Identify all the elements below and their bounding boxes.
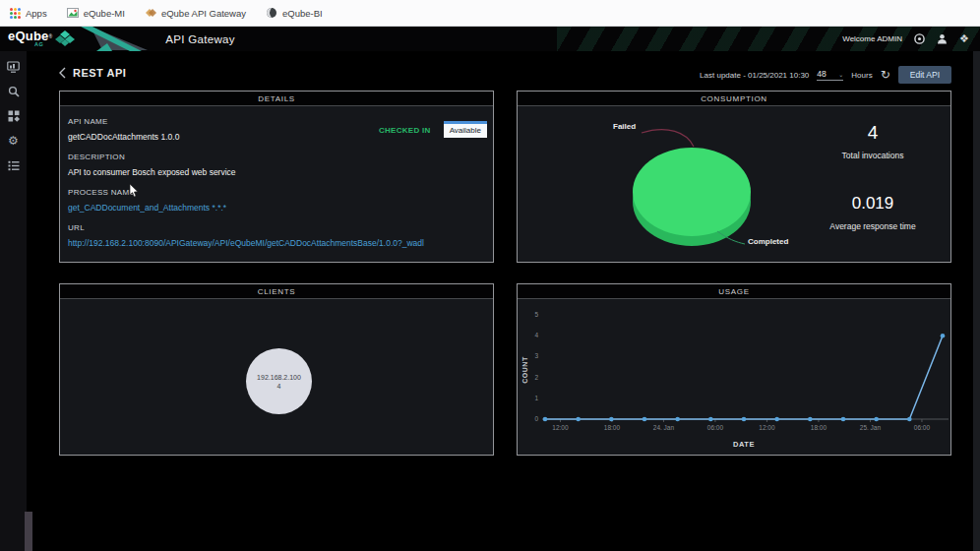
usage-line-chart: DATE COUNT 12:0018:0024. Jan06:0012:0018… (518, 299, 950, 455)
total-invocations-stat: 4 Total invocations (799, 122, 947, 160)
consumption-panel: CONSUMPTION Failed Completed 4 Total inv… (517, 91, 951, 263)
dashboard-icon[interactable] (7, 60, 21, 74)
total-invocations-label: Total invocations (799, 151, 947, 160)
svg-text:06:00: 06:00 (707, 424, 724, 431)
welcome-text: Welcome ADMIN (842, 34, 902, 43)
hours-select[interactable]: ⌄ (817, 69, 843, 81)
logo-gem-icon (55, 31, 75, 47)
apps-diamond-icon[interactable]: ❖ (958, 33, 970, 45)
svg-text:3: 3 (534, 352, 538, 359)
svg-text:12:00: 12:00 (552, 424, 569, 431)
refresh-icon[interactable]: ↻ (881, 70, 890, 80)
bookmark-equbemi[interactable]: eQube-MI (67, 7, 125, 19)
app-header: eQube® AG API Gateway Welcome ADMIN ❖ (0, 27, 980, 51)
svg-text:18:00: 18:00 (604, 424, 621, 431)
page-title: REST API (73, 67, 126, 79)
field-description: DESCRIPTION API to consumer Bosch expose… (68, 153, 485, 177)
apps-grid-icon[interactable] (7, 109, 21, 123)
apps-label: Apps (26, 8, 47, 19)
details-panel-title: DETAILS (258, 94, 295, 103)
usage-panel: USAGE DATE COUNT 12:0018:0024. Jan06:001… (517, 283, 951, 456)
equbemi-favicon-icon (67, 7, 79, 19)
field-url: URL http://192.168.2.100:8090/APIGateway… (68, 223, 485, 248)
bookmark-label: eQube-BI (282, 8, 323, 19)
svg-text:0: 0 (534, 415, 538, 422)
logo-ag-subscript: AG (34, 41, 43, 47)
usage-xlabel: DATE (733, 440, 755, 449)
consumption-panel-title: CONSUMPTION (701, 94, 767, 103)
left-sidebar: ⚙ (0, 51, 27, 551)
header-swoosh-decoration (81, 27, 150, 51)
sidebar-scrollbar-thumb[interactable] (25, 512, 32, 551)
last-update-text: Last update - 01/25/2021 10:30 (700, 71, 809, 80)
svg-text:5: 5 (534, 311, 538, 318)
eqube-logo: eQube® AG (8, 31, 52, 47)
field-process-name: PROCESS NAME get_CADDocument_and_Attachm… (68, 188, 485, 213)
available-tab[interactable]: Available (444, 121, 487, 138)
url-link[interactable]: http://192.168.2.100:8090/APIGateway/API… (68, 238, 485, 248)
details-panel: DETAILS API NAME getCADDocAttachments 1.… (59, 91, 494, 263)
bookmark-label: eQube-MI (84, 8, 125, 19)
main-content: REST API Last update - 01/25/2021 10:30 … (27, 51, 980, 551)
bookmark-equbebi[interactable]: eQube-BI (266, 7, 323, 19)
avg-response-label: Average response time (799, 221, 947, 231)
svg-text:06:00: 06:00 (914, 424, 931, 431)
search-icon[interactable] (7, 85, 21, 98)
help-icon[interactable] (913, 33, 925, 45)
svg-text:24. Jan: 24. Jan (653, 424, 675, 431)
hours-input[interactable] (817, 69, 838, 79)
svg-text:1: 1 (534, 395, 538, 401)
total-invocations-value: 4 (799, 122, 947, 143)
settings-gear-icon[interactable]: ⚙ (7, 134, 21, 148)
svg-text:12:00: 12:00 (759, 424, 775, 431)
avg-response-value: 0.019 (799, 193, 947, 214)
back-chevron-icon[interactable] (59, 67, 66, 79)
apps-grid-icon (10, 8, 21, 19)
svg-text:2: 2 (534, 374, 538, 381)
svg-text:25. Jan: 25. Jan (860, 424, 882, 431)
clients-panel: CLIENTS 192.168.2.100 4 (59, 283, 494, 456)
bookmark-eqube-api-gateway[interactable]: eQube API Gateway (145, 7, 246, 19)
browser-bookmarks-bar: Apps eQube-MI eQube API Gateway eQube-BI (0, 0, 980, 27)
list-icon[interactable] (7, 158, 21, 172)
vertical-scrollbar[interactable] (973, 51, 980, 551)
usage-ylabel: COUNT (521, 356, 528, 384)
usage-panel-title: USAGE (718, 287, 750, 296)
client-bubble[interactable]: 192.168.2.100 4 (246, 348, 312, 414)
pie-label-completed: Completed (748, 237, 788, 246)
svg-text:4: 4 (534, 332, 538, 338)
client-count: 4 (277, 383, 281, 390)
checked-in-badge: CHECKED IN (379, 126, 431, 138)
bookmark-label: eQube API Gateway (161, 8, 246, 19)
pie-label-failed: Failed (613, 122, 636, 131)
globe-favicon-icon (266, 7, 277, 19)
process-name-link[interactable]: get_CADDocument_and_Attachments *.*.* (68, 203, 485, 213)
chevron-down-icon: ⌄ (838, 71, 843, 78)
svg-text:18:00: 18:00 (811, 424, 827, 431)
user-icon[interactable] (936, 33, 948, 45)
edit-api-button[interactable]: Edit API (898, 66, 951, 84)
app-title: API Gateway (165, 33, 234, 45)
apps-button[interactable]: Apps (10, 8, 47, 19)
client-ip: 192.168.2.100 (257, 374, 301, 381)
avg-response-stat: 0.019 Average response time (799, 193, 947, 231)
clients-panel-title: CLIENTS (258, 287, 296, 296)
hours-label: Hours (851, 71, 872, 80)
gateway-favicon-icon (145, 7, 156, 19)
